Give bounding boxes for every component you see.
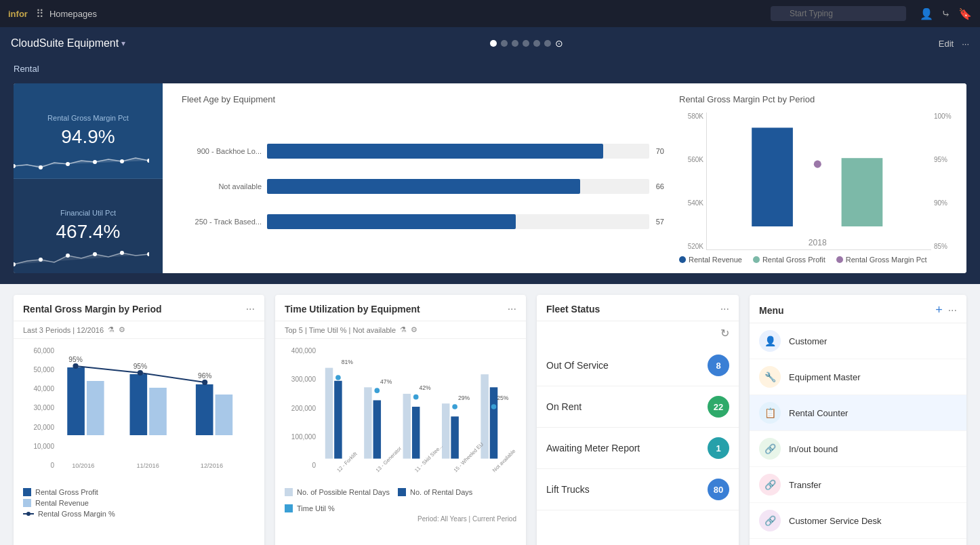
menu-item-equipment[interactable]: 🔧 Equipment Master bbox=[750, 359, 966, 395]
fs-row-lift[interactable]: Lift Trucks 80 bbox=[537, 469, 739, 510]
fleet-status-card: Fleet Status ··· ↻ Out Of Service 8 On R… bbox=[537, 295, 739, 545]
page-next-arrow[interactable]: ⊙ bbox=[555, 38, 563, 49]
top-widgets: Rental Gross Margin Pct 94.9% Financial … bbox=[14, 83, 966, 273]
bar-fill-2 bbox=[267, 179, 580, 194]
page-dot-3[interactable] bbox=[512, 40, 518, 47]
tu-period-label: Period: All Years | Current Period bbox=[285, 515, 516, 523]
fs-badge-oos: 8 bbox=[708, 355, 729, 376]
svg-text:2018: 2018 bbox=[809, 238, 827, 247]
app-title: CloudSuite Equipment ▾ bbox=[11, 37, 125, 49]
svg-text:10/2016: 10/2016 bbox=[72, 462, 94, 469]
menu-item-service[interactable]: 🔗 Customer Service Desk bbox=[750, 503, 966, 539]
dashboard-top: Rental Gross Margin Pct 94.9% Financial … bbox=[0, 78, 980, 284]
menu-item-label-inout: In/out bound bbox=[789, 444, 838, 454]
svg-point-45 bbox=[452, 404, 457, 409]
share-icon[interactable]: ⤷ bbox=[941, 7, 950, 20]
svg-point-7 bbox=[39, 258, 43, 262]
bottom-section: Rental Gross Margin by Period ··· Last 3… bbox=[0, 284, 980, 545]
rgm-svg: 95% 95% 96% 10/2016 11/2016 12/2016 bbox=[60, 347, 255, 469]
grid-icon[interactable]: ⠿ bbox=[36, 7, 44, 20]
tu-more-icon[interactable]: ··· bbox=[508, 303, 516, 315]
margin-svg: 2018 bbox=[707, 113, 931, 249]
rgm-gear-icon[interactable]: ⚙ bbox=[119, 325, 125, 334]
fs-row-awaiting[interactable]: Awaiting Meter Report 1 bbox=[537, 428, 739, 469]
page-dot-6[interactable] bbox=[544, 40, 551, 47]
y-axis-left: 580K 560K 540K 520K bbox=[679, 113, 706, 250]
fs-row-onrent[interactable]: On Rent 22 bbox=[537, 386, 739, 428]
svg-rect-18 bbox=[130, 374, 148, 435]
svg-rect-36 bbox=[373, 400, 381, 458]
fs-badge-onrent: 22 bbox=[708, 396, 729, 418]
legend-item-revenue: Rental Revenue bbox=[679, 256, 742, 264]
svg-text:95%: 95% bbox=[134, 363, 147, 370]
equipment-icon: 🔧 bbox=[759, 366, 781, 388]
svg-rect-12 bbox=[752, 127, 793, 226]
rgm-chart: 95% 95% 96% 10/2016 11/2016 12/2016 bbox=[60, 347, 255, 469]
svg-rect-17 bbox=[87, 381, 104, 435]
fs-label-awaiting: Awaiting Meter Report bbox=[546, 443, 708, 453]
svg-text:25%: 25% bbox=[497, 395, 509, 401]
customer-icon: 👤 bbox=[759, 330, 781, 352]
bookmark-icon[interactable]: 🔖 bbox=[958, 7, 972, 20]
fleet-age-title: Fleet Age by Equipment bbox=[182, 94, 649, 104]
fs-more-icon[interactable]: ··· bbox=[720, 303, 729, 315]
tu-gear-icon[interactable]: ⚙ bbox=[411, 325, 417, 334]
menu-item-label-transfer: Transfer bbox=[789, 480, 821, 490]
more-options-icon[interactable]: ··· bbox=[962, 39, 969, 49]
svg-point-49 bbox=[491, 404, 497, 409]
tu-card-title: Time Utilization by Equipment bbox=[285, 304, 502, 315]
app-title-caret[interactable]: ▾ bbox=[121, 39, 125, 48]
menu-item-inout[interactable]: 🔗 In/out bound bbox=[750, 431, 966, 467]
fs-row-oos[interactable]: Out Of Service 8 bbox=[537, 345, 739, 386]
fs-card-title: Fleet Status bbox=[546, 304, 715, 315]
svg-point-11 bbox=[147, 252, 149, 256]
tu-legend: No. of Possible Rental Days No. of Renta… bbox=[285, 488, 516, 512]
search-wrapper: 🔍 bbox=[771, 6, 906, 21]
kpi-financial-util: Financial Util Pct 467.4% bbox=[14, 179, 163, 274]
rgm-legend-profit: Rental Gross Profit bbox=[23, 488, 255, 496]
tu-filter-icon[interactable]: ⚗ bbox=[400, 325, 407, 334]
bar-value-2: 66 bbox=[656, 182, 664, 190]
menu-item-customer[interactable]: 👤 Customer bbox=[750, 323, 966, 359]
svg-point-5 bbox=[147, 159, 149, 163]
page-dot-4[interactable] bbox=[523, 40, 529, 47]
menu-item-transfer[interactable]: 🔗 Transfer bbox=[750, 467, 966, 503]
rgm-more-icon[interactable]: ··· bbox=[246, 303, 255, 315]
menu-item-rental[interactable]: 📋 Rental Counter bbox=[750, 395, 966, 431]
homepages-link[interactable]: Homepages bbox=[49, 9, 97, 19]
bar-container-3: 57 bbox=[267, 214, 649, 229]
fs-label-oos: Out Of Service bbox=[546, 360, 708, 371]
page-dot-2[interactable] bbox=[501, 40, 508, 47]
fs-badge-lift: 80 bbox=[708, 479, 729, 500]
rgm-y-axis: 60,000 50,000 40,000 30,000 20,000 10,00… bbox=[23, 347, 57, 469]
rental-counter-icon: 📋 bbox=[759, 402, 781, 424]
menu-add-icon[interactable]: + bbox=[935, 303, 943, 317]
infor-logo: infor bbox=[8, 9, 28, 19]
rgm-card-sub: Last 3 Periods | 12/2016 ⚗ ⚙ bbox=[14, 321, 264, 339]
svg-rect-21 bbox=[216, 395, 233, 435]
svg-rect-19 bbox=[149, 388, 167, 435]
page-dots: ⊙ bbox=[490, 38, 563, 49]
fs-refresh-icon[interactable]: ↻ bbox=[711, 321, 739, 345]
page-dot-1[interactable] bbox=[490, 40, 497, 47]
svg-rect-43 bbox=[442, 403, 449, 458]
tu-card-body: 400,000 300,000 200,000 100,000 0 81% bbox=[275, 339, 526, 545]
y-axis-right: 100% 95% 90% 85% bbox=[931, 113, 956, 250]
svg-text:96%: 96% bbox=[198, 372, 211, 380]
page-dot-5[interactable] bbox=[533, 40, 540, 47]
margin-chart-area: 580K 560K 540K 520K 2018 bbox=[679, 113, 956, 250]
margin-chart-inner: 2018 bbox=[706, 113, 931, 250]
header-actions: Edit ··· bbox=[939, 39, 969, 49]
kpi-financial-util-value: 467.4% bbox=[56, 221, 121, 243]
menu-item-mco[interactable]: 🛒 MCO Quick Entry bbox=[750, 539, 966, 545]
menu-item-label-rental: Rental Counter bbox=[789, 408, 848, 418]
user-icon[interactable]: 👤 bbox=[920, 7, 933, 20]
rgm-card-title: Rental Gross Margin by Period bbox=[23, 304, 241, 315]
svg-point-3 bbox=[93, 160, 97, 164]
bar-value-1: 70 bbox=[656, 147, 664, 155]
edit-button[interactable]: Edit bbox=[939, 39, 954, 49]
rgm-filter-icon[interactable]: ⚗ bbox=[108, 325, 115, 334]
menu-more-icon[interactable]: ··· bbox=[948, 304, 957, 317]
legend-item-margin: Rental Gross Margin Pct bbox=[836, 256, 927, 264]
search-input[interactable] bbox=[771, 6, 906, 21]
